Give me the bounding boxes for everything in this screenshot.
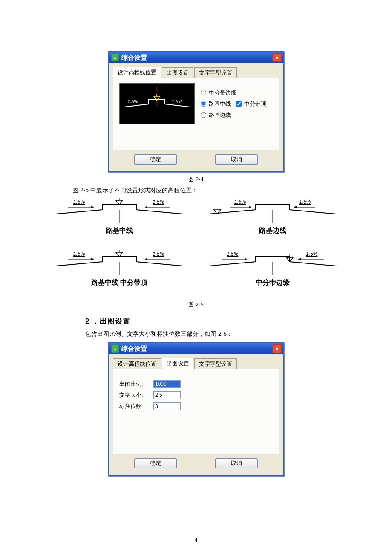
- dialog-buttons: 确定 取消: [113, 150, 279, 167]
- body-text-1: 图 2-5 中显示了不同设置形式对应的高程位置：: [26, 187, 366, 194]
- scale-input[interactable]: [153, 380, 181, 388]
- app-icon: ▲: [111, 54, 119, 61]
- xs-pct: 1.5%: [73, 199, 85, 205]
- app-icon: ▲: [111, 345, 119, 353]
- fontsize-input[interactable]: [153, 391, 181, 399]
- tab-font-settings[interactable]: 文字字型设置: [194, 358, 237, 369]
- xs-pct: 1.5%: [299, 199, 311, 205]
- cancel-button[interactable]: 取消: [215, 154, 258, 165]
- cross-section-row-1: 1.5% 1.5% 路基中线 1.5% 1.5% 路基边线: [26, 197, 366, 247]
- tab-panel: 出图比例: 文字大小: 标注位数:: [113, 369, 279, 454]
- xs-pct: 1.5%: [227, 251, 238, 257]
- svg-marker-6: [116, 200, 123, 205]
- radio-group: 中分带边缘 路基中线 中分带顶 路基边线: [201, 87, 266, 121]
- xs-label-br: 中分带边缘: [205, 278, 341, 287]
- tab-plot-settings[interactable]: 出图设置: [162, 358, 193, 369]
- dialog-comprehensive-settings-2: ▲ 综合设置 × 设计高程线位置 出图设置 文字字型设置 出图比例: 文字大小:: [108, 342, 284, 476]
- svg-marker-9: [91, 206, 94, 208]
- tab-design-elevation[interactable]: 设计高程线位置: [113, 358, 161, 369]
- tab-design-elevation[interactable]: 设计高程线位置: [113, 67, 161, 78]
- svg-marker-24: [145, 258, 147, 260]
- close-icon[interactable]: ×: [272, 53, 282, 62]
- xs-subgrade-edge-svg: [205, 197, 341, 223]
- tabs: 设计高程线位置 出图设置 文字字型设置: [113, 66, 279, 78]
- xs-subgrade-center-mediantop-svg: [51, 249, 187, 275]
- radio-subgrade-center[interactable]: 路基中线 中分带顶: [201, 98, 266, 110]
- body-text-2: 包含出图比例、文字大小和标注位数三部分，如图 2-6：: [26, 330, 366, 338]
- xs-pct: 1.5%: [153, 199, 164, 205]
- section-heading-2: 2 ．出图设置: [26, 316, 366, 326]
- dialog-buttons: 确定 取消: [113, 454, 279, 471]
- svg-marker-31: [298, 258, 301, 260]
- tabs: 设计高程线位置 出图设置 文字字型设置: [113, 358, 279, 369]
- xs-label-bl: 路基中线 中分带顶: [51, 278, 187, 287]
- radio-subgrade-edge[interactable]: 路基边线: [201, 110, 266, 121]
- cross-section-preview: 1.5% 1.5%: [119, 83, 195, 124]
- decimals-input[interactable]: [153, 402, 181, 410]
- dialog-comprehensive-settings-1: ▲ 综合设置 × 设计高程线位置 出图设置 文字字型设置: [108, 51, 284, 172]
- svg-marker-19: [116, 252, 123, 257]
- svg-marker-15: [249, 206, 251, 208]
- svg-marker-22: [91, 258, 94, 260]
- fontsize-label: 文字大小:: [119, 391, 149, 399]
- ok-button[interactable]: 确定: [134, 458, 177, 468]
- radio-median-edge-input[interactable]: [201, 90, 206, 95]
- page-number: 4: [0, 537, 392, 543]
- xs-pct: 1.5%: [153, 251, 164, 257]
- radio-subgrade-edge-input[interactable]: [201, 112, 206, 118]
- svg-marker-11: [145, 206, 147, 208]
- xs-label-tr: 路基边线: [205, 226, 341, 235]
- xs-pct: 1.5%: [234, 199, 246, 205]
- preview-right-pct: 1.5%: [172, 99, 182, 104]
- decimals-label: 标注位数:: [119, 402, 149, 410]
- tab-font-settings[interactable]: 文字字型设置: [194, 67, 237, 78]
- xs-label-tl: 路基中线: [51, 226, 187, 235]
- svg-marker-29: [245, 258, 247, 260]
- ok-button[interactable]: 确定: [134, 154, 177, 165]
- tab-panel: 1.5% 1.5% 中分带边缘 路基中线: [113, 78, 279, 150]
- dialog-title: 综合设置: [121, 54, 147, 62]
- radio-subgrade-center-input[interactable]: [201, 101, 206, 107]
- cross-section-row-2: 1.5% 1.5% 路基中线 中分带顶 1.5% 1.5% 中分带边缘: [26, 249, 366, 299]
- preview-left-pct: 1.5%: [127, 99, 138, 104]
- cancel-button[interactable]: 取消: [215, 458, 258, 468]
- dialog-title: 综合设置: [121, 345, 147, 353]
- titlebar: ▲ 综合设置 ×: [109, 52, 283, 63]
- figure-caption-2-5: 图 2-5: [26, 301, 366, 309]
- titlebar: ▲ 综合设置 ×: [109, 343, 283, 354]
- xs-subgrade-center-svg: [51, 197, 187, 223]
- figure-caption-2-4: 图 2-4: [26, 176, 366, 183]
- xs-pct: 1.5%: [306, 251, 317, 257]
- checkbox-median-top[interactable]: [236, 101, 242, 107]
- xs-median-edge-svg: [205, 249, 341, 275]
- xs-pct: 1.5%: [73, 251, 85, 257]
- tab-plot-settings[interactable]: 出图设置: [162, 67, 193, 78]
- scale-label: 出图比例:: [119, 380, 149, 388]
- radio-median-edge[interactable]: 中分带边缘: [201, 87, 266, 98]
- svg-marker-17: [294, 206, 297, 208]
- close-icon[interactable]: ×: [272, 344, 282, 353]
